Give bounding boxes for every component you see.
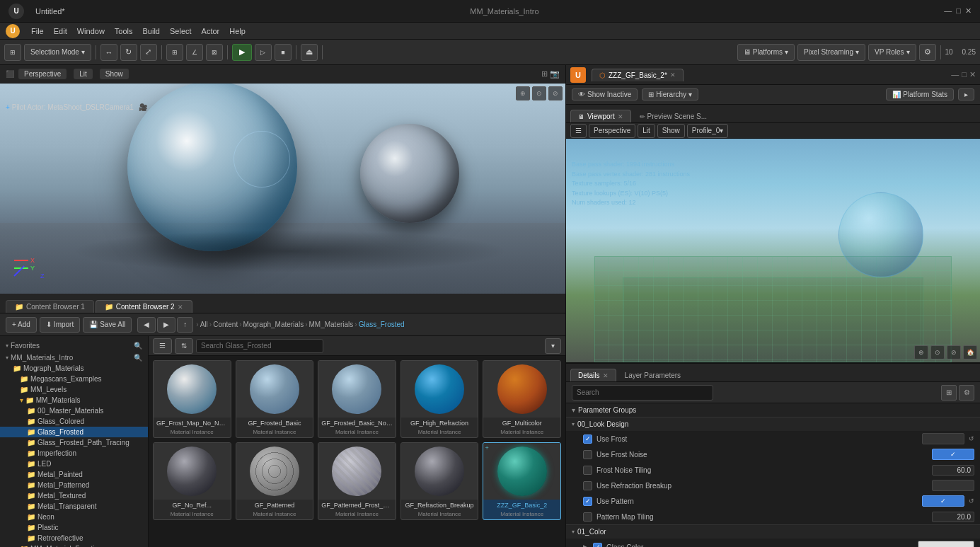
tree-glass-colored[interactable]: 📁 Glass_Colored xyxy=(0,416,148,427)
grid-snap-btn[interactable]: ⊞ xyxy=(166,44,183,61)
asset-gf-patterned[interactable]: GF_Patterned Material Instance xyxy=(236,442,314,520)
transform-scale-btn[interactable]: ⤢ xyxy=(140,44,157,61)
import-btn[interactable]: ⬇ Import xyxy=(40,317,80,333)
eject-btn[interactable]: ⏏ xyxy=(301,44,318,61)
viewport-show-btn[interactable]: Show xyxy=(100,69,129,79)
pv-perspective-btn[interactable]: Perspective xyxy=(589,124,635,138)
preview-ctrl-2[interactable]: ⊙ xyxy=(930,345,945,359)
simulate-btn[interactable]: ▷ xyxy=(255,44,272,61)
tree-plastic[interactable]: 📁 Plastic xyxy=(0,522,148,533)
filter-btn[interactable]: ☰ xyxy=(153,338,172,354)
vp-move-btn[interactable]: ⊕ xyxy=(516,86,530,100)
tree-metal-transparent[interactable]: 📁 Metal_Transparent xyxy=(0,501,148,512)
nav-back-btn[interactable]: ◀ xyxy=(137,317,156,333)
viewport-lit-btn[interactable]: Lit xyxy=(74,69,93,79)
selection-mode-btn[interactable]: Selection Mode ▾ xyxy=(24,44,91,61)
tree-metal-textured[interactable]: 📁 Metal_Textured xyxy=(0,490,148,501)
right-panel-expand-btn[interactable]: ▸ xyxy=(958,88,974,100)
tree-mm-materials[interactable]: ▾ 📁 MM_Materials xyxy=(0,395,148,405)
cb-tab2-close[interactable]: ✕ xyxy=(178,304,183,311)
zzz-tab-close[interactable]: ✕ xyxy=(670,71,676,79)
tree-retroreflective[interactable]: 📁 Retroreflective xyxy=(0,533,148,543)
menu-help[interactable]: Help xyxy=(229,27,246,35)
play-btn[interactable]: ▶ xyxy=(232,44,252,61)
details-search-input[interactable] xyxy=(572,385,713,401)
hierarchy-btn[interactable]: ⊞ Hierarchy ▾ xyxy=(642,88,698,100)
pv-profile-btn[interactable]: Profile_0 ▾ xyxy=(687,124,728,138)
pixel-streaming-btn[interactable]: Pixel Streaming ▾ xyxy=(797,44,865,61)
viewport-tab-close[interactable]: ✕ xyxy=(618,113,623,120)
favorites-section[interactable]: ▾ Favorites 🔍 xyxy=(0,339,148,351)
use-pattern-checkbox[interactable] xyxy=(583,497,592,506)
layer-params-tab[interactable]: Layer Parameters xyxy=(618,369,688,381)
details-settings-btn[interactable]: ⚙ xyxy=(959,385,974,401)
favorites-search-icon[interactable]: 🔍 xyxy=(134,342,142,350)
sort-btn[interactable]: ⇅ xyxy=(175,338,193,354)
menu-edit[interactable]: Edit xyxy=(54,27,67,35)
tree-00-master[interactable]: 📁 00_Master_Materials xyxy=(0,405,148,416)
stop-btn[interactable]: ■ xyxy=(275,44,292,61)
tree-imperfection[interactable]: 📁 Imperfection xyxy=(0,448,148,459)
search-btn[interactable]: ▾ xyxy=(545,338,561,354)
scale-snap-btn[interactable]: ⊠ xyxy=(206,44,223,61)
viewport-content[interactable]: + Pilot Actor: MetaShoot_DSLRCamera1 🎥 ⊕… xyxy=(0,84,565,294)
rp-close-btn[interactable]: ✕ xyxy=(969,70,976,79)
settings-btn[interactable]: ⚙ xyxy=(919,44,936,61)
frost-noise-tiling-checkbox[interactable] xyxy=(583,466,592,475)
asset-gf-multicolor[interactable]: GF_Multicolor Material Instance xyxy=(483,360,561,438)
vp-roles-btn[interactable]: VP Roles ▾ xyxy=(868,44,916,61)
pv-lit-btn[interactable]: Lit xyxy=(638,124,655,138)
menu-tools[interactable]: Tools xyxy=(115,27,133,35)
details-grid-view-btn[interactable]: ⊞ xyxy=(941,385,957,401)
asset-gf-patterned-frost[interactable]: GF_Patterned_Frost_Map Material Instance xyxy=(318,442,396,520)
viewport-camera-icon[interactable]: 📷 xyxy=(550,69,560,79)
mm-materials-section[interactable]: ▾ MM_Materials_Intro 🔍 xyxy=(0,351,148,363)
asset-zzz-gf-basic-2[interactable]: + ZZZ_GF_Basic_2 Material Instance xyxy=(483,442,561,520)
use-pattern-reset[interactable]: ↺ xyxy=(969,497,974,505)
preview-ctrl-3[interactable]: ⊘ xyxy=(947,345,961,359)
nav-up-btn[interactable]: ↑ xyxy=(177,317,193,333)
use-frost-checkbox[interactable] xyxy=(583,434,592,444)
minimize-btn[interactable]: — xyxy=(944,6,952,16)
glass-color-checkbox[interactable] xyxy=(593,543,602,548)
glass-color-swatch[interactable] xyxy=(918,541,974,547)
asset-gf-frosted-basic-nn[interactable]: GF_Frosted_Basic_No_Noise Material Insta… xyxy=(318,360,396,438)
save-all-btn[interactable]: 💾 Save All xyxy=(83,317,132,333)
maximize-btn[interactable]: □ xyxy=(956,6,961,16)
zzz-tab[interactable]: ⬡ ZZZ_GF_Basic_2* ✕ xyxy=(592,69,684,81)
rp-maximize-btn[interactable]: □ xyxy=(962,70,967,79)
use-refraction-breakup-checkbox[interactable] xyxy=(583,481,592,490)
preview-scene-tab[interactable]: ✏ Preview Scene S... xyxy=(633,110,714,122)
asset-gf-frost-map[interactable]: GF_Frost_Map_No_Noise Material Instance xyxy=(153,360,231,438)
menu-actor[interactable]: Actor xyxy=(202,27,220,35)
tree-mm-funcs[interactable]: 📁 MM_Material_Functions xyxy=(0,543,148,547)
content-browser-tab-1[interactable]: 📁 Content Browser 1 xyxy=(6,300,94,313)
pattern-map-tiling-checkbox[interactable] xyxy=(583,512,592,522)
tree-led[interactable]: 📁 LED xyxy=(0,459,148,469)
use-frost-noise-checkbox[interactable] xyxy=(583,450,592,459)
tree-glass-path[interactable]: 📁 Glass_Frosted_Path_Tracing xyxy=(0,437,148,448)
right-preview-area[interactable]: ☰ Perspective Lit Show Profile_0 ▾ xyxy=(566,123,980,364)
vp-zoom-btn[interactable]: ⊘ xyxy=(548,86,563,100)
asset-gf-high-refraction[interactable]: GF_High_Refraction Material Instance xyxy=(400,360,479,438)
window-controls[interactable]: — □ ✕ xyxy=(944,6,972,16)
preview-ctrl-4[interactable]: 🏠 xyxy=(963,345,977,359)
details-tab-close[interactable]: ✕ xyxy=(603,372,609,379)
mm-search-icon[interactable]: 🔍 xyxy=(134,354,142,362)
tree-megascans[interactable]: 📁 Megascans_Examples xyxy=(0,374,148,384)
tree-metal-patterned[interactable]: 📁 Metal_Patterned xyxy=(0,480,148,490)
transform-rotate-btn[interactable]: ↻ xyxy=(120,44,137,61)
tree-mm-levels[interactable]: 📁 MM_Levels xyxy=(0,384,148,395)
platforms-btn[interactable]: 🖥 Platforms ▾ xyxy=(737,44,795,61)
show-inactive-btn[interactable]: 👁 Show Inactive xyxy=(572,88,638,100)
nav-forward-btn[interactable]: ▶ xyxy=(157,317,175,333)
use-frost-reset[interactable]: ↺ xyxy=(969,435,974,442)
viewport-maximize-icon[interactable]: ⊞ xyxy=(541,69,548,79)
asset-gf-frosted-basic[interactable]: GF_Frosted_Basic Material Instance xyxy=(236,360,314,438)
angle-snap-btn[interactable]: ∠ xyxy=(186,44,203,61)
preview-ctrl-1[interactable]: ⊕ xyxy=(914,345,928,359)
transform-translate-btn[interactable]: ↔ xyxy=(100,44,117,61)
param-group-look-design-header[interactable]: ▾ 00_Look Design xyxy=(566,418,980,431)
menu-build[interactable]: Build xyxy=(143,27,160,35)
tree-neon[interactable]: 📁 Neon xyxy=(0,512,148,522)
